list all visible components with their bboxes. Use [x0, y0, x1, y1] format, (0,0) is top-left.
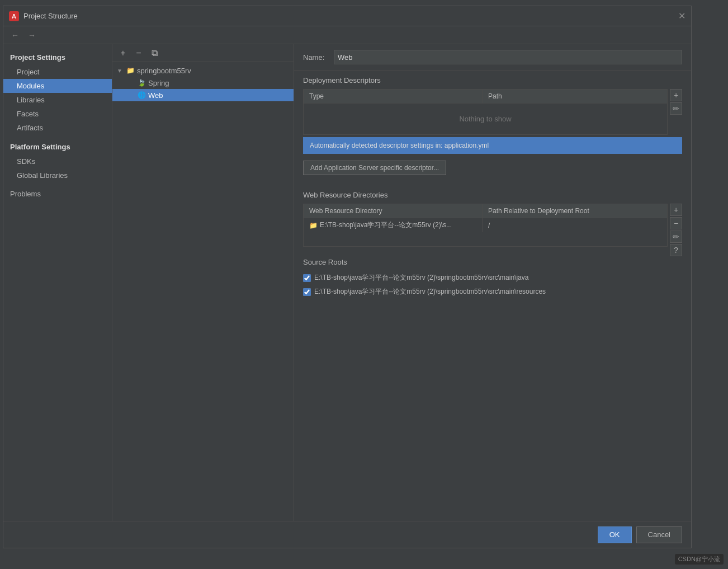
wrd-row-path: /	[483, 219, 667, 232]
source-root-checkbox-0[interactable]	[303, 274, 311, 282]
project-settings-title: Project Settings	[3, 50, 112, 65]
name-row: Name:	[294, 44, 691, 70]
spring-label: Spring	[148, 79, 169, 87]
sidebar-item-modules[interactable]: Modules	[3, 79, 112, 93]
title-bar: A Project Structure ✕	[3, 6, 691, 26]
bottom-bar: OK Cancel	[3, 521, 691, 548]
add-module-button[interactable]: +	[117, 47, 129, 59]
source-roots-section: Source Roots E:\TB-shop\java学习平台--论文m55r…	[294, 252, 691, 308]
platform-settings-title: Platform Settings	[3, 139, 112, 154]
source-roots-title: Source Roots	[303, 258, 682, 266]
web-icon: 🌐	[137, 91, 146, 100]
source-root-label-0: E:\TB-shop\java学习平台--论文m55rv (2)\springb…	[314, 273, 528, 283]
nav-bar: ← →	[3, 26, 691, 44]
remove-module-button[interactable]: −	[133, 47, 145, 59]
deployment-descriptors-table: Type Path Nothing to show	[303, 89, 668, 135]
title-bar-left: A Project Structure	[9, 11, 78, 21]
edit-wrd-button[interactable]: ✏	[670, 231, 682, 243]
wrd-col-path: Path Relative to Deployment Root	[483, 204, 667, 218]
tree-content: ▼ 📁 springbootm55rv 🍃 Spring 🌐 Web	[112, 62, 294, 104]
folder-icon: 📁	[126, 66, 135, 75]
name-label: Name:	[303, 53, 328, 62]
sidebar-item-problems[interactable]: Problems	[3, 187, 112, 201]
wrd-col-directory: Web Resource Directory	[304, 204, 483, 218]
tree-toolbar: + − ⧉	[112, 44, 294, 62]
folder-small-icon: 📁	[309, 222, 318, 229]
sidebar-item-artifacts[interactable]: Artifacts	[3, 121, 112, 135]
app-icon: A	[9, 11, 19, 21]
copy-module-button[interactable]: ⧉	[148, 47, 160, 59]
table-header: Type Path	[304, 90, 667, 104]
web-resource-dirs-title: Web Resource Directories	[303, 191, 682, 199]
wrd-table: Web Resource Directory Path Relative to …	[303, 204, 668, 247]
tree-item-spring[interactable]: 🍃 Spring	[112, 77, 294, 89]
sidebar-item-project[interactable]: Project	[3, 65, 112, 79]
ok-button[interactable]: OK	[598, 526, 632, 543]
module-tree: + − ⧉ ▼ 📁 springbootm55rv 🍃 Spring	[112, 44, 294, 521]
details-panel: Name: Deployment Descriptors Type Path	[294, 44, 691, 521]
tree-item-root[interactable]: ▼ 📁 springbootm55rv	[112, 64, 294, 77]
col-path: Path	[483, 90, 667, 103]
watermark: CSDN@宁小流	[675, 554, 724, 565]
empty-text: Nothing to show	[304, 104, 667, 134]
source-root-item-0: E:\TB-shop\java学习平台--论文m55rv (2)\springb…	[303, 271, 682, 285]
wrd-row-directory: 📁 E:\TB-shop\java学习平台--论文m55rv (2)\s...	[304, 218, 483, 232]
close-button[interactable]: ✕	[678, 11, 686, 21]
table-row[interactable]: 📁 E:\TB-shop\java学习平台--论文m55rv (2)\s... …	[304, 218, 667, 232]
project-structure-window: A Project Structure ✕ ← → Project Settin…	[3, 6, 692, 548]
add-descriptor-btn[interactable]: +	[670, 89, 682, 101]
window-title: Project Structure	[23, 12, 78, 20]
sidebar-item-global-libraries[interactable]: Global Libraries	[3, 168, 112, 182]
remove-wrd-button[interactable]: −	[670, 217, 682, 229]
cancel-button[interactable]: Cancel	[636, 526, 682, 543]
sidebar-item-facets[interactable]: Facets	[3, 107, 112, 121]
help-wrd-button[interactable]: ?	[670, 244, 682, 256]
sidebar-item-libraries[interactable]: Libraries	[3, 93, 112, 107]
panels-row: + − ⧉ ▼ 📁 springbootm55rv 🍃 Spring	[112, 44, 691, 521]
tree-item-web[interactable]: 🌐 Web	[112, 89, 294, 101]
deployment-descriptors-title: Deployment Descriptors	[303, 76, 682, 84]
auto-detected-banner: Automatically detected descriptor settin…	[303, 137, 682, 154]
wrd-side-actions: + − ✏ ?	[670, 204, 682, 256]
expand-arrow: ▼	[117, 68, 124, 74]
wrd-table-header: Web Resource Directory Path Relative to …	[304, 204, 667, 218]
root-label: springbootm55rv	[137, 67, 191, 75]
add-app-server-descriptor-button[interactable]: Add Application Server specific descript…	[303, 161, 446, 175]
spring-icon: 🍃	[137, 78, 146, 87]
forward-button[interactable]: →	[26, 30, 38, 41]
web-resource-dirs-section: Web Resource Directories Web Resource Di…	[294, 185, 691, 252]
wrd-table-wrapper: Web Resource Directory Path Relative to …	[303, 204, 668, 247]
source-root-checkbox-1[interactable]	[303, 288, 311, 296]
col-type: Type	[304, 90, 483, 103]
name-input[interactable]	[334, 50, 682, 64]
sidebar-item-sdks[interactable]: SDKs	[3, 154, 112, 168]
back-button[interactable]: ←	[9, 30, 21, 41]
source-root-item-1: E:\TB-shop\java学习平台--论文m55rv (2)\springb…	[303, 285, 682, 299]
add-wrd-button[interactable]: +	[670, 204, 682, 216]
main-content: Project Settings Project Modules Librari…	[3, 44, 691, 521]
edit-descriptor-btn[interactable]: ✏	[670, 102, 682, 115]
table-body: Nothing to show	[304, 104, 667, 134]
deployment-descriptors-actions: + ✏	[670, 89, 682, 115]
deployment-descriptors-section: Deployment Descriptors Type Path Nothing…	[294, 70, 691, 185]
sidebar: Project Settings Project Modules Librari…	[3, 44, 112, 521]
web-label: Web	[148, 91, 163, 100]
source-root-label-1: E:\TB-shop\java学习平台--论文m55rv (2)\springb…	[314, 287, 546, 297]
wrd-table-body: 📁 E:\TB-shop\java学习平台--论文m55rv (2)\s... …	[304, 218, 667, 246]
